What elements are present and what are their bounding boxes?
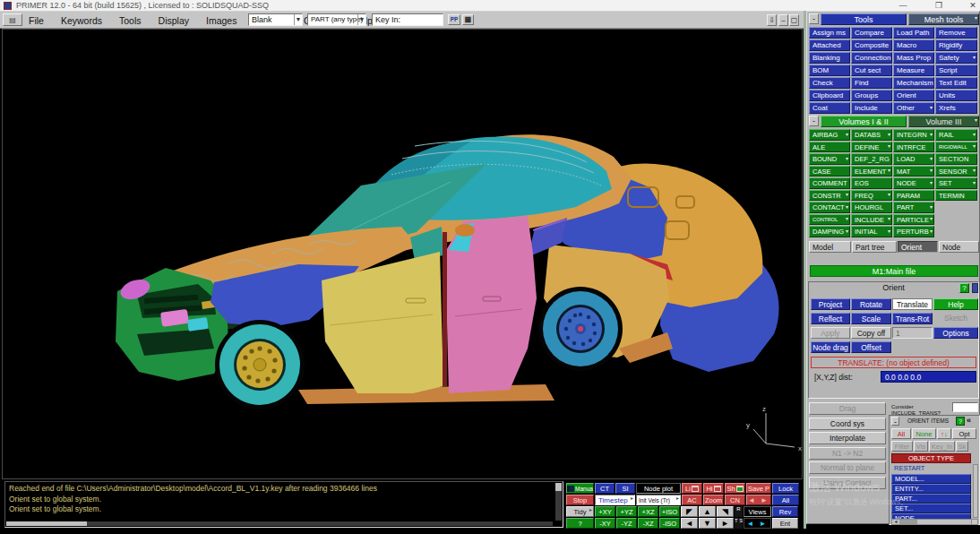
toolbar-button-stop[interactable]: Stop [566, 495, 594, 505]
copy-count-input[interactable]: 1 [892, 327, 933, 339]
toolbar-button-all[interactable]: All [772, 495, 799, 505]
keyword-button-include[interactable]: INCLUDE▾ [851, 214, 892, 226]
viewport-3d[interactable]: JTE [2, 29, 803, 479]
opt-button[interactable]: Opt [952, 428, 976, 439]
toolbar-button-item[interactable]: ◄ [681, 518, 698, 529]
toolbar-button-si[interactable]: SI [615, 483, 635, 494]
keyword-button-airbag[interactable]: AIRBAG▾ [809, 129, 850, 141]
keyword-button-part[interactable]: PART▾ [893, 202, 934, 213]
object-list-item-entity[interactable]: ENTITY... [891, 484, 971, 494]
toolbar-button-tidy[interactable]: Tidy▸ [566, 506, 594, 517]
keyword-button-load[interactable]: LOAD▾ [893, 153, 934, 165]
toolbar-button-cn[interactable]: CN [725, 495, 745, 505]
toolbar-button-xz[interactable]: +XZ [638, 506, 658, 517]
menu-file[interactable]: File [27, 15, 46, 26]
tools-button-assign-ms[interactable]: Assign ms [809, 27, 850, 39]
toolbar-button-ent[interactable]: Ent [772, 518, 798, 529]
scrollbar-thumb[interactable] [899, 520, 917, 524]
toolbar-button-init-vels-tr[interactable]: Init Vels (Tr)▸ [636, 495, 681, 505]
tools-button-measure[interactable]: Measure [893, 65, 934, 76]
tab-orient[interactable]: Orient [898, 241, 938, 253]
keyword-button-intrfce[interactable]: INTRFCE [893, 142, 934, 153]
rotate-button[interactable]: Rotate [851, 298, 891, 310]
collapse-left-icon[interactable]: « [967, 416, 971, 425]
tools-button-xrefs[interactable]: Xrefs [935, 102, 977, 114]
toolbar-button-item[interactable]: ◄ ► [746, 495, 771, 505]
keyword-button-integrn[interactable]: INTEGRN▾ [893, 129, 934, 141]
object-list-item-set[interactable]: SET... [891, 504, 971, 513]
grid-icon[interactable]: ▦ [462, 14, 474, 25]
tools-button-mass-prop[interactable]: Mass Prop [893, 52, 934, 64]
keyword-button-perturb[interactable]: PERTURB▾ [893, 226, 934, 237]
node-drag-button[interactable]: Node drag [811, 341, 850, 353]
shrink-panel-icon[interactable]: – [778, 14, 788, 26]
keyword-button-set[interactable]: SET▾ [935, 177, 977, 189]
tools-collapse-button[interactable]: - [809, 13, 819, 24]
offset-button[interactable]: Offset [851, 341, 891, 353]
tools-button-other[interactable]: Other▾ [893, 102, 934, 114]
keyword-button-comment[interactable]: COMMENT [809, 177, 850, 189]
tools-button-rigidify[interactable]: Rigidify [935, 39, 977, 51]
tools-button-check[interactable]: Check [809, 77, 850, 89]
tab-volume-3[interactable]: Volume III▾ [908, 116, 979, 127]
keyword-button-element[interactable]: ELEMENT▾ [851, 166, 892, 177]
keyword-button-node[interactable]: NODE▾ [893, 177, 934, 189]
menu-images[interactable]: Images [204, 15, 238, 26]
reflect-button[interactable]: Reflect [811, 313, 850, 324]
keyword-button-termin[interactable]: TERMIN [935, 190, 977, 202]
tab-node[interactable]: Node [939, 241, 979, 253]
tab-part-tree[interactable]: Part tree [852, 241, 897, 253]
trans-rot-button[interactable]: Trans-Rot [892, 313, 933, 324]
keyword-button-param[interactable]: PARAM [893, 190, 934, 202]
toolbar-button-node-plot[interactable]: Node plot [636, 483, 681, 494]
blank-dropdown[interactable]: Blank ▼ [248, 13, 303, 26]
orient-items-collapse-button[interactable]: - [891, 417, 899, 426]
tools-button-groups[interactable]: Groups [851, 90, 892, 101]
tools-button-find[interactable]: Find [851, 77, 892, 89]
menu-tools[interactable]: Tools [117, 15, 143, 26]
coord-sys-button[interactable]: Coord sys [809, 418, 886, 430]
keyword-button-define[interactable]: DEFINE▾ [851, 142, 892, 153]
toolbar-button-rev[interactable]: Rev [772, 506, 798, 517]
tools-button-blanking[interactable]: Blanking [809, 52, 850, 64]
tab-tools[interactable]: Tools [821, 13, 907, 25]
keyword-button-mat[interactable]: MAT▾ [893, 166, 934, 177]
tools-button-bom[interactable]: BOM [809, 65, 850, 76]
translate-button[interactable]: Translate [892, 298, 933, 310]
tools-button-safety[interactable]: Safety▾ [935, 52, 977, 64]
close-button[interactable]: ✕ [966, 0, 980, 11]
toolbar-button-timestep[interactable]: Timestep▸ [595, 495, 635, 505]
scrollbar-thumb[interactable] [6, 521, 87, 526]
toolbar-button-item[interactable]: ▼ [699, 518, 716, 529]
model-bar[interactable]: M1:Main file [810, 265, 978, 277]
copy-off-button[interactable]: Copy off [851, 327, 891, 339]
maximize-button[interactable]: ❐ [932, 0, 946, 11]
consider-include-trans-input[interactable] [952, 402, 978, 412]
toolbar-button-ac[interactable]: AC [682, 495, 702, 505]
menu-display[interactable]: Display [157, 15, 191, 26]
toolbar-button-item[interactable]: ► [717, 518, 734, 529]
drop-panel-icon[interactable]: ⇩ [767, 14, 777, 26]
tools-button-mechanism[interactable]: Mechanism [893, 77, 934, 89]
tools-button-remove[interactable]: Remove [935, 27, 977, 39]
toolbar-button-manual[interactable]: Manual [566, 483, 594, 494]
chevron-down-icon[interactable]: ▼ [294, 14, 302, 25]
vertical-scrollbar[interactable] [973, 464, 978, 518]
keyword-button-section[interactable]: SECTION [935, 153, 977, 165]
keyword-button-freq[interactable]: FREQ▾ [851, 190, 892, 202]
keyword-button-hourgl[interactable]: HOURGL [851, 202, 892, 213]
toolbar-button-item[interactable]: ◄ ► [744, 518, 771, 529]
object-list-item-model[interactable]: MODEL... [891, 474, 971, 484]
tools-button-compare[interactable]: Compare [851, 27, 892, 39]
tab-model[interactable]: Model [809, 241, 851, 253]
options-button[interactable]: Options [933, 327, 978, 339]
keyword-button-particle[interactable]: PARTICLE▾ [893, 214, 934, 226]
toolbar-button-iso[interactable]: -ISO [659, 518, 680, 529]
toolbar-button-xy[interactable]: -XY [595, 518, 615, 529]
window-menu-icon[interactable]: ▤ [3, 13, 22, 26]
tab-volumes-1-2[interactable]: Volumes I & II [821, 116, 907, 127]
horizontal-scrollbar[interactable] [6, 521, 553, 526]
tools-button-clipboard[interactable]: Clipboard [809, 90, 850, 101]
toolbar-button-li[interactable]: Li [682, 483, 702, 494]
toolbar-button-item[interactable]: ◤ [681, 506, 698, 517]
